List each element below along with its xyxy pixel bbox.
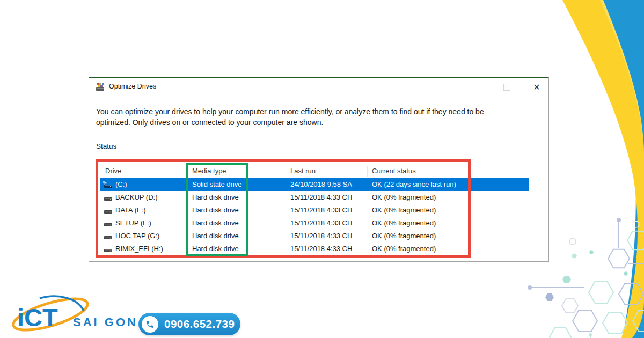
cell-last-run: 15/11/2018 4:33 CH — [286, 243, 367, 255]
cell-drive: BACKUP (D:) — [100, 191, 187, 204]
drive-label: RIMIX_EFI (H:) — [115, 243, 163, 255]
cell-drive: HOC TAP (G:) — [100, 230, 187, 243]
cell-media-type: Hard disk drive — [187, 191, 286, 204]
header-separator — [529, 166, 529, 177]
logo-ict-text: iCT — [17, 303, 58, 332]
description-line-1: You can optimize your drives to help you… — [96, 107, 484, 117]
cell-media-type: Hard disk drive — [187, 243, 286, 255]
close-button[interactable]: ✕ — [525, 78, 548, 96]
cell-media-type: Solid state drive — [187, 178, 286, 191]
drives-list: Drive Media type Last run Current status… — [100, 164, 529, 259]
optimize-drives-window: Optimize Drives ✕ You can optimize your … — [89, 77, 549, 262]
status-group-line — [163, 146, 541, 146]
drive-label: (C:) — [115, 178, 127, 191]
cell-current-status: OK (0% fragmented) — [367, 243, 529, 255]
cell-media-type: Hard disk drive — [187, 204, 286, 217]
table-row[interactable]: (C:) Solid state drive 24/10/2018 9:58 S… — [100, 178, 529, 191]
cell-media-type: Hard disk drive — [187, 230, 286, 243]
banner-canvas: Optimize Drives ✕ You can optimize your … — [0, 0, 644, 338]
cell-last-run: 15/11/2018 4:33 CH — [286, 217, 367, 230]
drive-icon — [103, 233, 112, 240]
column-header-media-type[interactable]: Media type — [187, 164, 286, 178]
column-header-drive[interactable]: Drive — [100, 164, 187, 178]
cell-last-run: 15/11/2018 4:33 CH — [286, 191, 367, 204]
cell-media-type: Hard disk drive — [187, 217, 286, 230]
header-separator — [367, 166, 368, 177]
table-row[interactable]: BACKUP (D:) Hard disk drive 15/11/2018 4… — [100, 191, 529, 204]
phone-pill[interactable]: 0906.652.739 — [138, 313, 240, 335]
cell-drive: (C:) — [100, 178, 187, 191]
drive-icon — [103, 194, 112, 201]
close-icon: ✕ — [533, 82, 540, 92]
cell-drive: SETUP (F:) — [100, 217, 187, 230]
cell-current-status: OK (0% fragmented) — [367, 204, 529, 217]
maximize-icon — [503, 84, 510, 91]
ict-saigon-logo: iCT SAI GON — [13, 293, 144, 338]
drive-label: BACKUP (D:) — [115, 191, 158, 204]
column-header-current-status[interactable]: Current status — [367, 164, 529, 178]
cell-drive: DATA (E:) — [100, 204, 187, 217]
cell-last-run: 24/10/2018 9:58 SA — [286, 178, 367, 191]
optimize-drives-app-icon — [96, 82, 105, 91]
cell-last-run: 15/11/2018 4:33 CH — [286, 204, 367, 217]
cell-current-status: OK (0% fragmented) — [367, 230, 529, 243]
column-header-last-run[interactable]: Last run — [286, 164, 367, 178]
drive-icon — [103, 246, 112, 253]
drives-list-header: Drive Media type Last run Current status — [100, 164, 529, 178]
table-row[interactable]: SETUP (F:) Hard disk drive 15/11/2018 4:… — [100, 217, 529, 230]
drive-icon — [103, 207, 112, 214]
window-titlebar[interactable]: Optimize Drives ✕ — [89, 78, 548, 96]
cell-current-status: OK (0% fragmented) — [367, 217, 529, 230]
minimize-button[interactable] — [467, 78, 491, 96]
header-separator — [286, 166, 286, 177]
drive-label: DATA (E:) — [115, 204, 146, 217]
maximize-button[interactable] — [495, 78, 518, 96]
cell-current-status: OK (22 days since last run) — [367, 178, 529, 191]
description-line-2: optimized. Only drives on or connected t… — [96, 117, 484, 128]
drive-label: SETUP (F:) — [115, 217, 151, 230]
phone-number: 0906.652.739 — [164, 318, 235, 330]
window-title: Optimize Drives — [109, 83, 156, 90]
drive-rows: (C:) Solid state drive 24/10/2018 9:58 S… — [100, 178, 529, 255]
table-row[interactable]: HOC TAP (G:) Hard disk drive 15/11/2018 … — [100, 230, 529, 243]
phone-icon — [142, 316, 158, 333]
table-row[interactable]: RIMIX_EFI (H:) Hard disk drive 15/11/201… — [100, 243, 529, 255]
drive-label: HOC TAP (G:) — [115, 230, 159, 243]
minimize-icon — [475, 87, 482, 87]
logo-saigon-text: SAI GON — [73, 315, 138, 329]
drive-icon — [103, 220, 112, 227]
drive-icon — [103, 181, 112, 188]
cell-drive: RIMIX_EFI (H:) — [100, 243, 187, 255]
cell-current-status: OK (0% fragmented) — [367, 191, 529, 204]
window-description: You can optimize your drives to help you… — [96, 107, 484, 128]
status-group-label: Status — [96, 142, 116, 150]
cell-last-run: 15/11/2018 4:33 CH — [286, 230, 367, 243]
header-separator — [187, 166, 188, 177]
table-row[interactable]: DATA (E:) Hard disk drive 15/11/2018 4:3… — [100, 204, 529, 217]
